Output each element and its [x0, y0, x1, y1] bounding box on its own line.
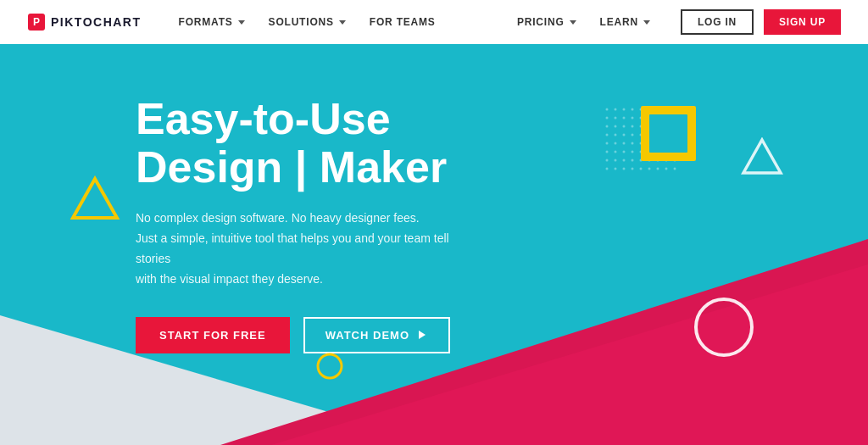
chevron-down-icon [570, 20, 576, 25]
svg-point-12 [318, 354, 342, 378]
chevron-down-icon [643, 20, 650, 25]
hero-headline: Easy-to-Use Design | Maker [136, 95, 542, 192]
logo-text: PIKTOCHART [51, 15, 142, 29]
hero-subtext: No complex design software. No heavy des… [136, 209, 475, 289]
hero-content: Easy-to-Use Design | Maker No complex de… [136, 95, 542, 353]
deco-yellow-square [637, 102, 700, 169]
nav-right-links: PRICING LEARN [507, 11, 660, 33]
arrow-right-icon [416, 329, 428, 341]
chevron-down-icon [339, 20, 346, 25]
logo-icon: P [27, 13, 46, 31]
nav-links: FORMATS SOLUTIONS FOR TEAMS [169, 11, 507, 33]
svg-text:P: P [33, 16, 40, 28]
nav-pricing[interactable]: PRICING [507, 11, 587, 33]
logo[interactable]: P PIKTOCHART [27, 13, 142, 31]
svg-marker-10 [743, 140, 781, 173]
deco-circle-large [690, 293, 758, 364]
nav-right: PRICING LEARN LOG IN SIGN UP [507, 9, 841, 35]
nav-learn[interactable]: LEARN [590, 11, 660, 33]
nav-solutions[interactable]: SOLUTIONS [259, 11, 356, 33]
svg-marker-13 [419, 331, 426, 339]
deco-circle-small [314, 350, 346, 386]
navbar: P PIKTOCHART FORMATS SOLUTIONS FOR TEAMS… [0, 0, 868, 44]
chevron-down-icon [238, 20, 245, 25]
deco-triangle-right [741, 137, 783, 180]
nav-for-teams[interactable]: FOR TEAMS [359, 11, 446, 33]
svg-marker-5 [73, 179, 117, 218]
deco-triangle-left [70, 175, 120, 225]
watch-demo-button[interactable]: WATCH DEMO [303, 317, 450, 353]
hero-section: Easy-to-Use Design | Maker No complex de… [0, 44, 868, 445]
login-button[interactable]: LOG IN [681, 9, 754, 35]
signup-button[interactable]: SIGN UP [764, 9, 841, 35]
hero-buttons: START FOR FREE WATCH DEMO [136, 317, 542, 353]
nav-formats[interactable]: FORMATS [169, 11, 255, 33]
start-for-free-button[interactable]: START FOR FREE [136, 317, 290, 353]
svg-point-11 [696, 299, 752, 355]
svg-rect-9 [649, 114, 687, 153]
